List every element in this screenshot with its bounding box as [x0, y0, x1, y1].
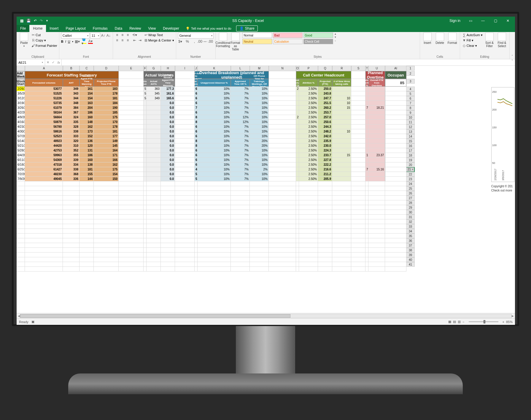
data-cell[interactable] — [368, 177, 385, 181]
data-cell[interactable]: 162 — [80, 124, 94, 129]
empty-cell[interactable] — [175, 181, 195, 186]
menu-file[interactable]: File — [17, 25, 29, 32]
empty-cell[interactable] — [299, 210, 318, 215]
data-cell[interactable]: 57.0 — [195, 172, 198, 177]
data-cell[interactable] — [147, 158, 161, 162]
week-cell[interactable]: 7/9/2017 — [17, 177, 25, 181]
menu-view[interactable]: View — [145, 25, 160, 32]
data-cell[interactable]: 154 — [80, 91, 94, 96]
empty-cell[interactable] — [365, 215, 368, 219]
empty-cell[interactable] — [269, 224, 296, 229]
fx-icon[interactable]: fx — [58, 61, 60, 64]
empty-cell[interactable] — [144, 210, 147, 215]
empty-cell[interactable] — [198, 186, 231, 191]
data-cell[interactable]: 177 — [94, 134, 119, 139]
data-cell[interactable]: 338 — [63, 129, 80, 134]
style-neutral[interactable]: Neutral — [242, 39, 272, 44]
data-cell[interactable] — [365, 87, 368, 91]
empty-cell[interactable] — [296, 229, 299, 234]
font-size-select[interactable]: 11 — [90, 33, 100, 39]
empty-cell[interactable] — [385, 181, 406, 186]
empty-cell[interactable] — [269, 210, 296, 215]
data-cell[interactable]: 205.9 — [318, 177, 332, 181]
data-cell[interactable] — [332, 143, 351, 148]
data-cell[interactable]: 67.9 — [195, 101, 198, 106]
data-cell[interactable] — [296, 148, 299, 153]
empty-cell[interactable] — [332, 191, 351, 196]
empty-cell[interactable] — [63, 210, 80, 215]
empty-cell[interactable] — [25, 181, 63, 186]
empty-cell[interactable] — [332, 238, 351, 243]
column-header[interactable]: O — [296, 66, 299, 71]
data-cell[interactable]: 66.0 — [195, 124, 198, 129]
empty-cell[interactable] — [231, 224, 250, 229]
bold-button[interactable]: B — [61, 40, 63, 43]
data-cell[interactable]: 15 — [332, 153, 351, 158]
empty-cell[interactable] — [296, 215, 299, 219]
data-cell[interactable]: 186 — [80, 110, 94, 115]
data-cell[interactable]: 233.7 — [318, 153, 332, 158]
empty-cell[interactable] — [25, 215, 63, 219]
empty-cell[interactable] — [368, 200, 385, 205]
empty-cell[interactable] — [296, 205, 299, 210]
empty-cell[interactable] — [147, 267, 161, 272]
data-cell[interactable] — [332, 87, 351, 91]
data-cell[interactable]: 7% — [231, 129, 250, 134]
data-cell[interactable]: 48923 — [25, 139, 63, 143]
empty-cell[interactable] — [94, 253, 119, 257]
empty-cell[interactable] — [198, 243, 231, 248]
empty-cell[interactable] — [161, 267, 175, 272]
empty-cell[interactable] — [17, 186, 25, 191]
empty-cell[interactable] — [296, 238, 299, 243]
ribbon-options-icon[interactable]: ▭ — [465, 17, 476, 24]
shrink-font-icon[interactable]: A↓ — [106, 33, 111, 38]
empty-cell[interactable] — [80, 210, 94, 215]
empty-cell[interactable] — [332, 215, 351, 219]
empty-cell[interactable] — [231, 262, 250, 267]
font-name-select[interactable]: Calibri — [61, 33, 90, 39]
data-cell[interactable]: 183 — [94, 87, 119, 91]
empty-cell[interactable] — [368, 267, 385, 272]
data-cell[interactable] — [144, 158, 147, 162]
data-cell[interactable] — [332, 172, 351, 177]
data-cell[interactable]: 165.6 — [161, 96, 175, 101]
empty-cell[interactable] — [385, 186, 406, 191]
empty-cell[interactable] — [147, 181, 161, 186]
empty-cell[interactable] — [63, 181, 80, 186]
border-button[interactable]: ▦▾ — [75, 39, 80, 44]
data-cell[interactable]: 155 — [80, 172, 94, 177]
data-cell[interactable]: 10% — [250, 96, 269, 101]
data-cell[interactable]: 10% — [198, 110, 231, 115]
data-cell[interactable] — [368, 139, 385, 143]
data-cell[interactable] — [296, 129, 299, 134]
empty-cell[interactable] — [231, 200, 250, 205]
data-cell[interactable]: 10% — [250, 148, 269, 153]
empty-cell[interactable] — [25, 243, 63, 248]
data-cell[interactable] — [365, 172, 368, 177]
week-cell[interactable]: 4/30/2017 — [17, 129, 25, 134]
empty-cell[interactable] — [63, 224, 80, 229]
data-cell[interactable]: 10% — [198, 129, 231, 134]
empty-cell[interactable] — [63, 205, 80, 210]
empty-cell[interactable] — [231, 257, 250, 262]
data-cell[interactable]: 160 — [80, 158, 94, 162]
empty-cell[interactable] — [195, 238, 198, 243]
week-cell[interactable]: 5/14/2017 — [17, 139, 25, 143]
data-cell[interactable]: 47318 — [25, 162, 63, 167]
data-cell[interactable] — [147, 106, 161, 110]
empty-cell[interactable] — [80, 181, 94, 186]
empty-cell[interactable] — [119, 181, 144, 186]
empty-cell[interactable] — [231, 205, 250, 210]
data-cell[interactable]: 2.50% — [299, 115, 318, 120]
data-cell[interactable]: 53740 — [144, 91, 147, 96]
data-cell[interactable]: 52523 — [25, 134, 63, 139]
week-cell[interactable]: 3/26/2017 — [17, 106, 25, 110]
empty-cell[interactable] — [368, 234, 385, 238]
empty-cell[interactable] — [385, 210, 406, 215]
data-cell[interactable]: 250.6 — [318, 120, 332, 124]
data-cell[interactable]: 7% — [365, 167, 368, 172]
column-header[interactable]: D — [94, 66, 119, 71]
column-header[interactable]: K — [198, 66, 231, 71]
empty-cell[interactable] — [296, 219, 299, 224]
empty-cell[interactable] — [318, 191, 332, 196]
